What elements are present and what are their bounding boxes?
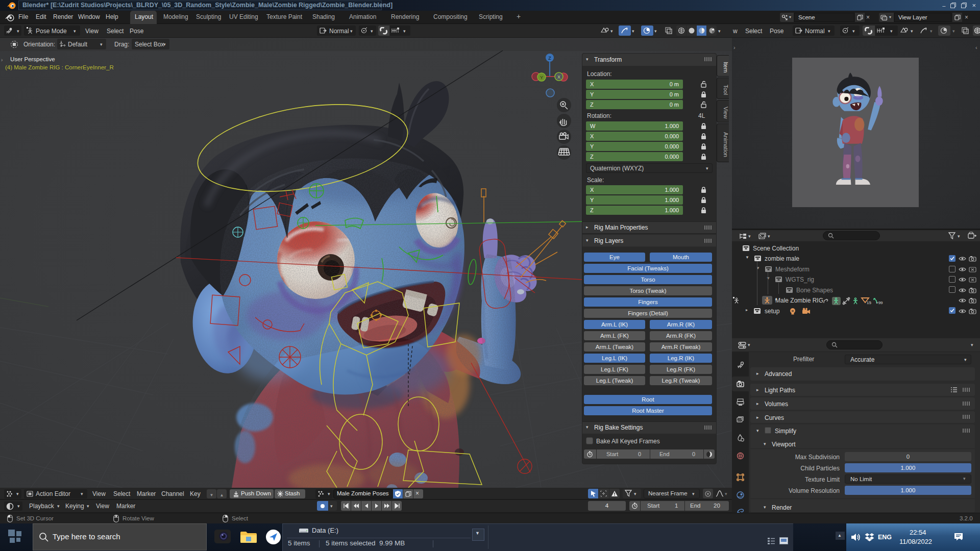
svg-text:Y: Y bbox=[540, 75, 543, 80]
svg-text:15: 15 bbox=[867, 300, 871, 305]
svg-text:+99: +99 bbox=[876, 300, 883, 305]
svg-text:X: X bbox=[557, 74, 560, 80]
svg-text:Z: Z bbox=[548, 56, 551, 61]
